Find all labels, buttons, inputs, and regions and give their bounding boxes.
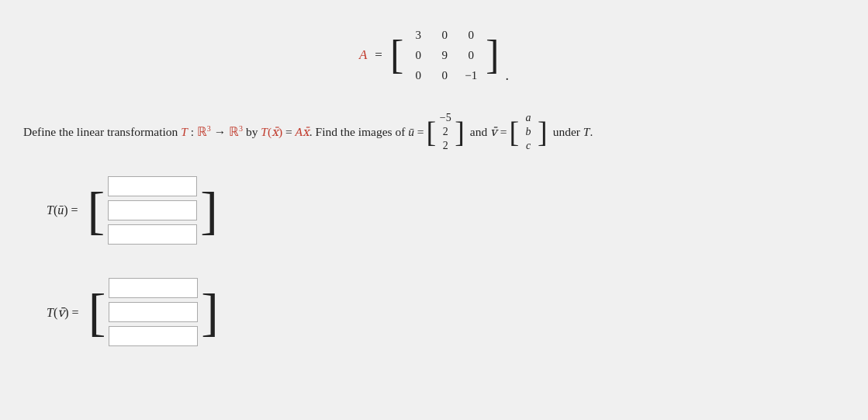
tv-answer-row: T(v̄) = [ ] — [47, 275, 845, 349]
tv-bracket-left: [ — [88, 286, 106, 338]
cell-00: 3 — [415, 29, 421, 42]
Ax-notation: Ax̄ — [296, 125, 310, 139]
under-T-text: under T. — [550, 125, 593, 139]
cell-01: 0 — [441, 29, 448, 42]
bracket-right-a: ] — [486, 35, 499, 75]
define-text: Define the linear transformation — [23, 125, 181, 139]
matrix-a-period: . — [506, 68, 510, 84]
u-vector: [ −5 2 2 ] — [427, 110, 465, 154]
cell-21: 0 — [441, 69, 448, 82]
v-bracket-left: [ — [509, 117, 519, 147]
answer-section: T(ū) = [ ] T(v̄) = [ ] — [47, 173, 845, 349]
u-cells: −5 2 2 — [438, 112, 452, 152]
find-text: . Find the images of ū = — [310, 125, 424, 139]
u-cell-1: 2 — [438, 126, 452, 138]
cell-02: 0 — [468, 29, 474, 42]
cell-12: 0 — [468, 49, 474, 62]
u-cell-2: 2 — [438, 140, 452, 152]
matrix-a-section: A = [ 3 0 0 0 9 0 0 0 −1 ] . — [23, 23, 845, 87]
matrix-a-cells: 3 0 0 0 9 0 0 0 −1 — [406, 25, 482, 85]
tu-input-1[interactable] — [108, 200, 197, 220]
matrix-a-label: A — [359, 47, 367, 63]
domain-R3: ℝ3 — [197, 124, 211, 139]
v-cells: a b c — [521, 112, 535, 152]
tv-bracket-right: ] — [201, 286, 219, 338]
Tx-notation: T(x̄) — [261, 125, 282, 139]
by-text: by — [243, 125, 261, 139]
tv-bracket-container: [ ] — [88, 275, 219, 349]
matrix-a-equals: = — [375, 47, 382, 63]
v-bracket-right: ] — [538, 117, 548, 147]
v-cell-1: b — [521, 126, 535, 138]
tu-bracket-left: [ — [88, 184, 105, 237]
T-label: T — [181, 125, 188, 139]
matrix-a-bracket: [ 3 0 0 0 9 0 0 0 −1 ] — [390, 23, 500, 87]
tu-input-cells — [108, 176, 197, 245]
tu-answer-row: T(ū) = [ ] — [47, 173, 845, 248]
tu-input-0[interactable] — [108, 176, 197, 196]
tv-input-1[interactable] — [109, 302, 198, 322]
tv-input-0[interactable] — [109, 278, 198, 298]
v-vector: [ a b c ] — [509, 110, 547, 154]
cell-20: 0 — [415, 69, 421, 82]
u-bracket-right: ] — [455, 117, 465, 147]
problem-line: Define the linear transformation T : ℝ3 … — [23, 110, 845, 154]
tu-label: T(ū) = — [47, 203, 78, 217]
cell-22: −1 — [465, 69, 477, 82]
u-cell-0: −5 — [438, 112, 452, 124]
matrix-a-equation: A = [ 3 0 0 0 9 0 0 0 −1 ] . — [359, 23, 509, 87]
cell-10: 0 — [415, 49, 421, 62]
tv-input-2[interactable] — [109, 326, 198, 346]
v-cell-2: c — [521, 140, 535, 152]
tv-label: T(v̄) = — [47, 305, 79, 320]
bracket-left-a: [ — [390, 35, 403, 75]
colon-text: : — [188, 125, 197, 139]
tu-input-2[interactable] — [108, 224, 197, 245]
range-R3: ℝ3 — [229, 124, 243, 139]
tu-bracket-container: [ ] — [88, 173, 218, 248]
v-cell-0: a — [521, 112, 535, 124]
arrow-text: → — [211, 125, 229, 139]
u-bracket-left: [ — [427, 117, 437, 147]
tu-bracket-right: ] — [200, 184, 218, 237]
cell-11: 9 — [441, 49, 448, 62]
and-u-text: and v̄ = — [467, 125, 507, 139]
tv-input-cells — [109, 278, 198, 346]
eq-text: = — [282, 125, 296, 139]
